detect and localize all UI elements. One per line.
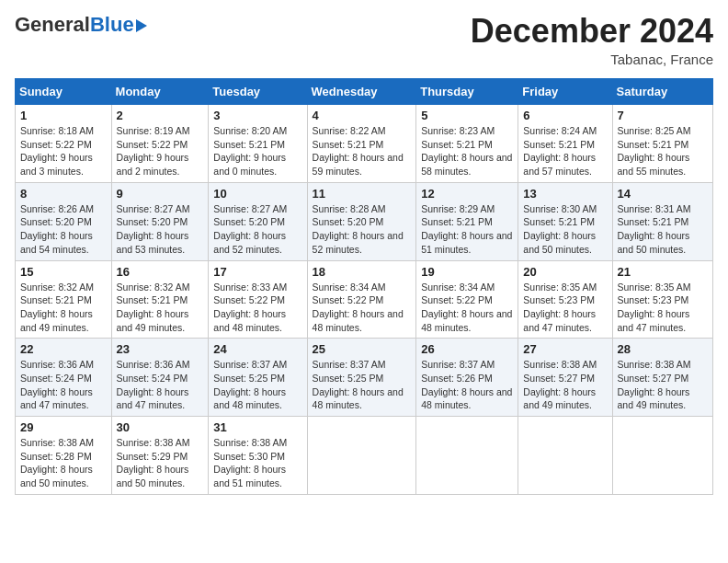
calendar-day-cell: 12Sunrise: 8:29 AM Sunset: 5:21 PM Dayli… [416,182,518,260]
day-number: 4 [313,109,412,122]
location-text: Tabanac, France [471,52,713,67]
day-info: Sunrise: 8:37 AM Sunset: 5:26 PM Dayligh… [421,358,513,412]
calendar-day-cell: 20Sunrise: 8:35 AM Sunset: 5:23 PM Dayli… [518,260,612,339]
day-info: Sunrise: 8:38 AM Sunset: 5:29 PM Dayligh… [117,436,204,490]
day-info: Sunrise: 8:20 AM Sunset: 5:21 PM Dayligh… [213,124,301,178]
calendar-week-row: 29Sunrise: 8:38 AM Sunset: 5:28 PM Dayli… [16,417,713,495]
logo: General Blue [15,15,147,35]
day-info: Sunrise: 8:25 AM Sunset: 5:21 PM Dayligh… [618,124,708,178]
day-info: Sunrise: 8:27 AM Sunset: 5:20 PM Dayligh… [117,202,204,257]
calendar-day-cell: 19Sunrise: 8:34 AM Sunset: 5:22 PM Dayli… [416,260,518,339]
day-number: 30 [117,420,204,434]
calendar-day-cell: 8Sunrise: 8:26 AM Sunset: 5:20 PM Daylig… [16,182,112,260]
day-number: 29 [20,420,107,434]
day-info: Sunrise: 8:38 AM Sunset: 5:27 PM Dayligh… [618,358,708,412]
calendar-day-cell: 17Sunrise: 8:33 AM Sunset: 5:22 PM Dayli… [209,260,307,339]
calendar-day-cell: 4Sunrise: 8:22 AM Sunset: 5:21 PM Daylig… [307,105,416,183]
month-title: December 2024 [471,15,713,48]
day-number: 8 [20,187,107,201]
day-number: 21 [618,265,708,279]
day-number: 12 [421,187,513,201]
day-number: 24 [213,342,301,356]
day-number: 2 [117,109,204,122]
calendar-table: SundayMondayTuesdayWednesdayThursdayFrid… [15,78,713,495]
day-number: 13 [523,187,607,201]
day-number: 11 [313,187,412,201]
logo-general-text: General [15,15,90,35]
day-info: Sunrise: 8:26 AM Sunset: 5:20 PM Dayligh… [20,202,107,257]
calendar-day-cell [612,417,712,495]
logo-blue-text: Blue [90,15,134,35]
day-number: 20 [523,265,607,279]
day-number: 25 [313,342,412,356]
calendar-day-cell [307,417,416,495]
day-info: Sunrise: 8:32 AM Sunset: 5:21 PM Dayligh… [20,281,107,335]
calendar-day-cell [416,417,518,495]
calendar-body: 1Sunrise: 8:18 AM Sunset: 5:22 PM Daylig… [16,105,713,495]
calendar-day-header: Wednesday [307,79,416,105]
day-number: 22 [20,342,107,356]
day-info: Sunrise: 8:32 AM Sunset: 5:21 PM Dayligh… [117,281,204,335]
day-info: Sunrise: 8:28 AM Sunset: 5:20 PM Dayligh… [313,202,412,257]
calendar-day-header: Thursday [416,79,518,105]
day-info: Sunrise: 8:38 AM Sunset: 5:27 PM Dayligh… [523,358,607,412]
day-number: 19 [421,265,513,279]
calendar-day-header: Monday [111,79,209,105]
calendar-day-cell: 25Sunrise: 8:37 AM Sunset: 5:25 PM Dayli… [307,339,416,417]
day-number: 9 [117,187,204,201]
day-number: 23 [117,342,204,356]
calendar-day-cell: 9Sunrise: 8:27 AM Sunset: 5:20 PM Daylig… [111,182,209,260]
day-info: Sunrise: 8:31 AM Sunset: 5:21 PM Dayligh… [618,202,708,257]
day-info: Sunrise: 8:36 AM Sunset: 5:24 PM Dayligh… [20,358,107,412]
calendar-day-cell: 14Sunrise: 8:31 AM Sunset: 5:21 PM Dayli… [612,182,712,260]
calendar-day-cell: 18Sunrise: 8:34 AM Sunset: 5:22 PM Dayli… [307,260,416,339]
day-info: Sunrise: 8:29 AM Sunset: 5:21 PM Dayligh… [421,202,513,257]
calendar-day-cell: 10Sunrise: 8:27 AM Sunset: 5:20 PM Dayli… [209,182,307,260]
day-number: 16 [117,265,204,279]
day-number: 1 [20,109,107,122]
calendar-week-row: 8Sunrise: 8:26 AM Sunset: 5:20 PM Daylig… [16,182,713,260]
day-info: Sunrise: 8:33 AM Sunset: 5:22 PM Dayligh… [213,281,301,335]
day-number: 14 [618,187,708,201]
calendar-day-cell: 5Sunrise: 8:23 AM Sunset: 5:21 PM Daylig… [416,105,518,183]
day-info: Sunrise: 8:23 AM Sunset: 5:21 PM Dayligh… [421,124,513,178]
day-info: Sunrise: 8:36 AM Sunset: 5:24 PM Dayligh… [117,358,204,412]
calendar-day-cell: 22Sunrise: 8:36 AM Sunset: 5:24 PM Dayli… [16,339,112,417]
day-number: 10 [213,187,301,201]
calendar-day-cell: 29Sunrise: 8:38 AM Sunset: 5:28 PM Dayli… [16,417,112,495]
calendar-day-cell: 11Sunrise: 8:28 AM Sunset: 5:20 PM Dayli… [307,182,416,260]
calendar-day-cell: 23Sunrise: 8:36 AM Sunset: 5:24 PM Dayli… [111,339,209,417]
day-info: Sunrise: 8:24 AM Sunset: 5:21 PM Dayligh… [523,124,607,178]
calendar-week-row: 22Sunrise: 8:36 AM Sunset: 5:24 PM Dayli… [16,339,713,417]
title-block: December 2024 Tabanac, France [471,15,713,67]
calendar-day-cell: 6Sunrise: 8:24 AM Sunset: 5:21 PM Daylig… [518,105,612,183]
calendar-day-cell: 15Sunrise: 8:32 AM Sunset: 5:21 PM Dayli… [16,260,112,339]
day-info: Sunrise: 8:19 AM Sunset: 5:22 PM Dayligh… [117,124,204,178]
day-info: Sunrise: 8:34 AM Sunset: 5:22 PM Dayligh… [313,281,412,335]
calendar-day-cell: 28Sunrise: 8:38 AM Sunset: 5:27 PM Dayli… [612,339,712,417]
page-header: General Blue December 2024 Tabanac, Fran… [15,15,713,67]
day-number: 18 [313,265,412,279]
calendar-day-header: Sunday [16,79,112,105]
calendar-day-header: Friday [518,79,612,105]
day-info: Sunrise: 8:27 AM Sunset: 5:20 PM Dayligh… [213,202,301,257]
day-info: Sunrise: 8:34 AM Sunset: 5:22 PM Dayligh… [421,281,513,335]
day-info: Sunrise: 8:37 AM Sunset: 5:25 PM Dayligh… [313,358,412,412]
calendar-day-header: Saturday [612,79,712,105]
day-info: Sunrise: 8:38 AM Sunset: 5:28 PM Dayligh… [20,436,107,490]
calendar-day-cell: 21Sunrise: 8:35 AM Sunset: 5:23 PM Dayli… [612,260,712,339]
calendar-day-cell [518,417,612,495]
day-number: 15 [20,265,107,279]
day-info: Sunrise: 8:18 AM Sunset: 5:22 PM Dayligh… [20,124,107,178]
day-number: 28 [618,342,708,356]
calendar-header-row: SundayMondayTuesdayWednesdayThursdayFrid… [16,79,713,105]
calendar-day-cell: 13Sunrise: 8:30 AM Sunset: 5:21 PM Dayli… [518,182,612,260]
day-info: Sunrise: 8:37 AM Sunset: 5:25 PM Dayligh… [213,358,301,412]
day-number: 26 [421,342,513,356]
day-info: Sunrise: 8:35 AM Sunset: 5:23 PM Dayligh… [523,281,607,335]
calendar-day-header: Tuesday [209,79,307,105]
day-info: Sunrise: 8:35 AM Sunset: 5:23 PM Dayligh… [618,281,708,335]
calendar-day-cell: 30Sunrise: 8:38 AM Sunset: 5:29 PM Dayli… [111,417,209,495]
day-number: 7 [618,109,708,122]
day-number: 5 [421,109,513,122]
